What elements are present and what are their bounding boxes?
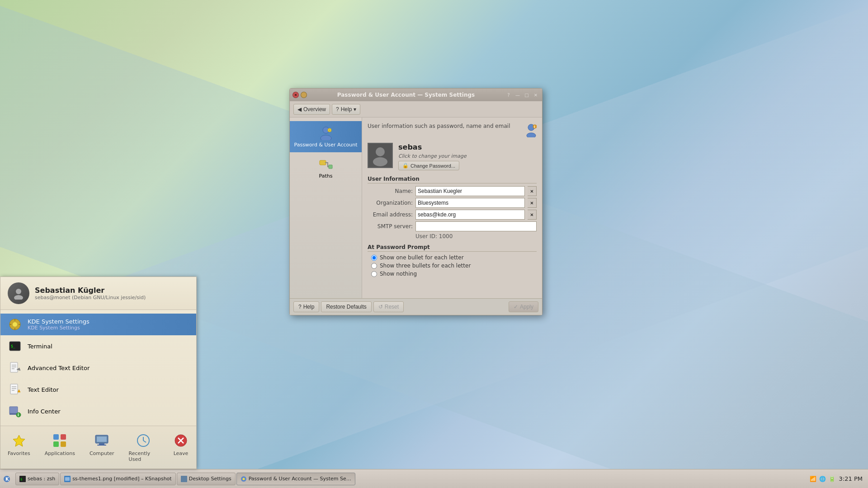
user-id-display: User ID: 1000 [415, 233, 537, 239]
launcher-app-terminal[interactable]: $_ Terminal [0, 335, 196, 357]
window-help-button[interactable]: ? [505, 91, 512, 99]
apply-button[interactable]: ✓ Apply [509, 301, 538, 312]
reset-button[interactable]: ↺ Reset [373, 301, 404, 312]
svg-rect-30 [97, 445, 106, 446]
paths-icon [319, 157, 333, 171]
taskbar-system-icon[interactable]: K [2, 474, 12, 484]
titlebar-actions: ? — □ ✕ [505, 91, 539, 99]
svg-point-49 [373, 157, 387, 166]
svg-point-48 [376, 147, 385, 156]
apply-icon: ✓ [514, 304, 518, 310]
wifi-icon[interactable]: 📶 [810, 476, 816, 482]
launcher-computer[interactable]: Computer [82, 430, 122, 465]
terminal-icon: $_ [8, 339, 22, 353]
svg-rect-29 [99, 443, 104, 445]
launcher-favorites[interactable]: Favorites [0, 430, 38, 465]
svg-rect-26 [61, 441, 66, 447]
user-display-name: sebas [398, 143, 467, 151]
window-max-button[interactable]: □ [523, 91, 530, 99]
network-icon[interactable]: 🌐 [819, 476, 826, 482]
window-shade-button[interactable]: — [514, 91, 521, 99]
window-minimize-button[interactable] [301, 92, 307, 98]
computer-label: Computer [90, 450, 114, 456]
launcher-app-info-center[interactable]: i Info Center [0, 400, 196, 422]
svg-text:i: i [18, 413, 19, 417]
launcher-recently-used[interactable]: Recently Used [122, 430, 165, 465]
taskbar-system-settings[interactable]: Password & User Account — System Se… [236, 473, 355, 485]
user-avatar-settings[interactable] [368, 143, 393, 168]
battery-icon[interactable]: 🔋 [829, 476, 835, 482]
advanced-text-editor-icon [8, 361, 22, 375]
help-toolbar-button[interactable]: ? Help ▾ [332, 104, 360, 115]
launcher-applications[interactable]: Applications [38, 430, 82, 465]
restore-defaults-label: Restore Defaults [326, 304, 366, 310]
favorites-label: Favorites [8, 450, 30, 456]
back-icon: ◀ [297, 106, 302, 113]
text-editor-text: Text Editor [28, 386, 59, 393]
svg-rect-56 [181, 476, 187, 482]
sidebar-item-paths[interactable]: Paths [290, 152, 362, 183]
name-clear-button[interactable]: ✕ [528, 186, 537, 196]
desktop-settings-taskbar-icon [181, 476, 187, 482]
taskbar-ksnapshot[interactable]: ss-themes1.png [modified] – KSnapshot [60, 473, 176, 485]
launcher-app-kde-system-settings[interactable]: KDE System Settings KDE System Settings [0, 314, 196, 335]
radio-one-bullet-label: Show one bullet for each letter [380, 254, 464, 261]
favorites-icon [11, 432, 27, 449]
svg-rect-18 [9, 407, 18, 414]
taskbar-desktop-settings[interactable]: Desktop Settings [177, 473, 236, 485]
org-field-row: Organization: ✕ [368, 198, 537, 208]
launcher-avatar[interactable] [8, 282, 29, 304]
help-icon: ? [336, 106, 339, 113]
change-password-button[interactable]: 🔒 Change Password... [398, 161, 459, 170]
svg-rect-24 [61, 434, 66, 440]
lock-icon: 🔒 [402, 163, 409, 169]
launcher-email: sebas@monet (Debian GNU/Linux jessie/sid… [35, 295, 146, 300]
change-password-label: Change Password... [410, 163, 455, 169]
org-input[interactable] [415, 198, 525, 208]
password-user-account-label: Password & User Account [294, 142, 358, 148]
terminal-taskbar-icon: $ [19, 476, 26, 482]
radio-three-bullets[interactable] [371, 263, 377, 269]
svg-point-3 [13, 322, 17, 327]
svg-point-58 [242, 478, 245, 480]
password-user-account-icon [319, 126, 333, 140]
svg-text:$: $ [20, 478, 22, 481]
taskbar-sebas-zsh[interactable]: $ sebas : zsh [15, 473, 59, 485]
launcher-app-advanced-text-editor[interactable]: Advanced Text Editor [0, 357, 196, 379]
ksnapshot-label: ss-themes1.png [modified] – KSnapshot [72, 476, 172, 482]
clock[interactable]: 3:21 PM [839, 475, 863, 482]
window-close-button[interactable]: ✕ [292, 92, 299, 98]
system-tray: 📶 🌐 🔋 [810, 476, 835, 482]
restore-defaults-button[interactable]: Restore Defaults [321, 301, 371, 312]
taskbar-right: 📶 🌐 🔋 3:21 PM [810, 475, 868, 482]
radio-nothing[interactable] [371, 271, 377, 277]
overview-button[interactable]: ◀ Overview [293, 104, 330, 115]
at-password-prompt-section: At Password Prompt Show one bullet for e… [368, 244, 537, 277]
email-input[interactable] [415, 210, 525, 220]
settings-toolbar: ◀ Overview ? Help ▾ [290, 101, 542, 117]
kde-settings-text: KDE System Settings KDE System Settings [28, 318, 90, 331]
desktop: Sebastian Kügler sebas@monet (Debian GNU… [0, 0, 868, 488]
radio-three-bullets-row: Show three bullets for each letter [371, 263, 537, 269]
email-clear-button[interactable]: ✕ [528, 210, 537, 220]
taskbar-apps: $ sebas : zsh ss-themes1.png [modified] … [15, 473, 355, 485]
help-footer-button[interactable]: ? Help [293, 301, 319, 312]
computer-icon [94, 432, 110, 449]
svg-text:i: i [534, 125, 535, 129]
kde-system-settings-icon [8, 317, 22, 332]
org-clear-button[interactable]: ✕ [528, 198, 537, 208]
help-footer-icon: ? [298, 304, 302, 310]
help-footer-label: Help [303, 304, 315, 310]
launcher-leave[interactable]: Leave [165, 430, 196, 465]
paths-label: Paths [319, 173, 333, 179]
radio-three-bullets-label: Show three bullets for each letter [380, 263, 471, 269]
name-input[interactable] [415, 186, 525, 196]
system-settings-taskbar-label: Password & User Account — System Se… [249, 476, 351, 482]
smtp-input[interactable] [415, 221, 537, 231]
window-close-title-button[interactable]: ✕ [532, 91, 539, 99]
launcher-app-text-editor[interactable]: Text Editor [0, 379, 196, 400]
settings-window-title: Password & User Account — System Setting… [309, 92, 503, 98]
svg-text:$_: $_ [11, 344, 15, 348]
sidebar-item-password-user-account[interactable]: Password & User Account [290, 121, 362, 152]
radio-one-bullet[interactable] [371, 255, 377, 261]
